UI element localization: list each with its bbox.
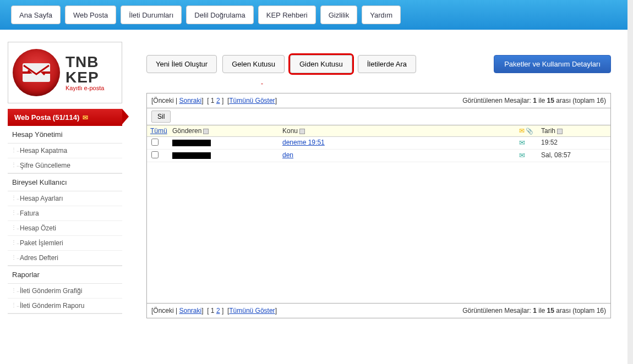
row-checkbox[interactable] [151, 139, 159, 146]
logo: TNB KEP Kayıtlı e-posta [8, 42, 122, 103]
sidebar-item-account-settings[interactable]: Hesap Ayarları [8, 191, 122, 206]
sort-icon[interactable] [557, 129, 563, 134]
outbox-button[interactable]: Giden Kutusu [290, 55, 352, 73]
header-date[interactable]: Tarih [541, 127, 555, 135]
main-area: Yeni İleti Oluştur Gelen Kutusu Giden Ku… [128, 42, 627, 318]
header-subject[interactable]: Konu [282, 127, 298, 135]
envelope-icon [23, 63, 50, 82]
sidebar: TNB KEP Kayıtlı e-posta Web Posta (51/11… [0, 42, 128, 318]
sidebar-section-user[interactable]: Bireysel Kullanıcı [8, 174, 122, 191]
sidebar-item-summary[interactable]: Hesap Özeti [8, 221, 122, 236]
table-header: Tümü Gönderen Konu Tarih [147, 125, 610, 137]
read-status-icon: ✉ [519, 139, 525, 147]
sidebar-item-address-book[interactable]: Adres Defteri [8, 251, 122, 266]
logo-text-kep: KEP [66, 70, 104, 85]
mail-icon [519, 127, 525, 135]
pager-page-1-b: 1 [211, 307, 215, 315]
message-date: Sal, 08:57 [541, 151, 607, 160]
nav-verify[interactable]: Delil Doğrulama [186, 5, 253, 24]
message-subject-link[interactable]: deneme 19:51 [282, 139, 325, 146]
pager-page-2[interactable]: 2 [216, 97, 220, 104]
pager-next-link[interactable]: Sonraki [179, 97, 202, 104]
packages-usage-button[interactable]: Paketler ve Kullanım Detayları [494, 55, 611, 73]
top-nav: Ana Sayfa Web Posta İleti Durumları Deli… [0, 0, 627, 30]
nav-status[interactable]: İleti Durumları [121, 5, 182, 24]
pager-top: [Önceki | Sonraki] [ 1 2 ] [Tümünü Göste… [147, 93, 610, 108]
search-messages-button[interactable]: İletilerde Ara [358, 55, 416, 73]
nav-privacy[interactable]: Gizlilik [320, 5, 358, 24]
sidebar-section-account[interactable]: Hesap Yönetimi [8, 126, 122, 144]
nav-home[interactable]: Ana Sayfa [11, 5, 61, 24]
logo-text-tnb: TNB [66, 54, 104, 70]
sidebar-item-webmail-active[interactable]: Web Posta (51/114) ✉ [8, 109, 122, 126]
delete-button[interactable]: Sil [151, 111, 171, 123]
pager-page-2-b[interactable]: 2 [216, 307, 220, 315]
sender-redacted [172, 152, 211, 159]
message-list-panel: [Önceki | Sonraki] [ 1 2 ] [Tümünü Göste… [146, 93, 611, 318]
pager-info: Görüntülenen Mesajlar: 1 ile 15 arası (t… [462, 97, 606, 104]
pager-prev-label: Önceki [153, 97, 173, 104]
logo-disc-icon [13, 49, 60, 96]
divider-mark: - [257, 80, 268, 87]
compose-button[interactable]: Yeni İleti Oluştur [146, 55, 217, 73]
table-row[interactable]: den ✉ Sal, 08:57 [147, 150, 610, 162]
pager-prev-label-b: Önceki [153, 307, 173, 315]
sidebar-item-send-chart[interactable]: İleti Gönderim Grafiği [8, 284, 122, 299]
sidebar-item-close-account[interactable]: Hesap Kapatma [8, 144, 122, 158]
nav-webmail[interactable]: Web Posta [65, 5, 116, 24]
pager-page-1: 1 [211, 97, 215, 104]
sort-icon[interactable] [203, 129, 209, 134]
logo-tagline: Kayıtlı e-posta [66, 85, 104, 91]
pager-bottom: [Önceki | Sonraki] [ 1 2 ] [Tümünü Göste… [147, 303, 610, 318]
nav-help[interactable]: Yardım [362, 5, 401, 24]
attachment-icon [526, 127, 533, 135]
pager-info-b: Görüntülenen Mesajlar: 1 ile 15 arası (t… [462, 307, 606, 315]
sidebar-section-reports[interactable]: Raporlar [8, 266, 122, 284]
read-status-icon: ✉ [519, 151, 525, 160]
pager-show-all-b[interactable]: Tümünü Göster [229, 307, 275, 315]
mail-new-icon: ✉ [83, 114, 88, 122]
sidebar-active-label: Web Posta (51/114) [14, 113, 79, 122]
header-select-all[interactable]: Tümü [150, 127, 172, 135]
header-from[interactable]: Gönderen [172, 127, 201, 135]
sidebar-item-send-report[interactable]: İleti Gönderim Raporu [8, 299, 122, 313]
nav-guide[interactable]: KEP Rehberi [258, 5, 316, 24]
sidebar-item-packages[interactable]: Paket İşlemleri [8, 236, 122, 251]
sort-icon[interactable] [299, 129, 305, 134]
pager-show-all[interactable]: Tümünü Göster [229, 97, 275, 104]
sender-redacted [172, 140, 211, 146]
inbox-button[interactable]: Gelen Kutusu [222, 55, 285, 73]
pager-next-link-b[interactable]: Sonraki [179, 307, 202, 315]
sidebar-item-invoice[interactable]: Fatura [8, 206, 122, 221]
message-subject-link[interactable]: den [282, 151, 293, 159]
table-row[interactable]: deneme 19:51 ✉ 19:52 [147, 137, 610, 150]
sidebar-item-password[interactable]: Şifre Güncelleme [8, 158, 122, 173]
message-date: 19:52 [541, 139, 607, 147]
row-checkbox[interactable] [151, 151, 159, 158]
